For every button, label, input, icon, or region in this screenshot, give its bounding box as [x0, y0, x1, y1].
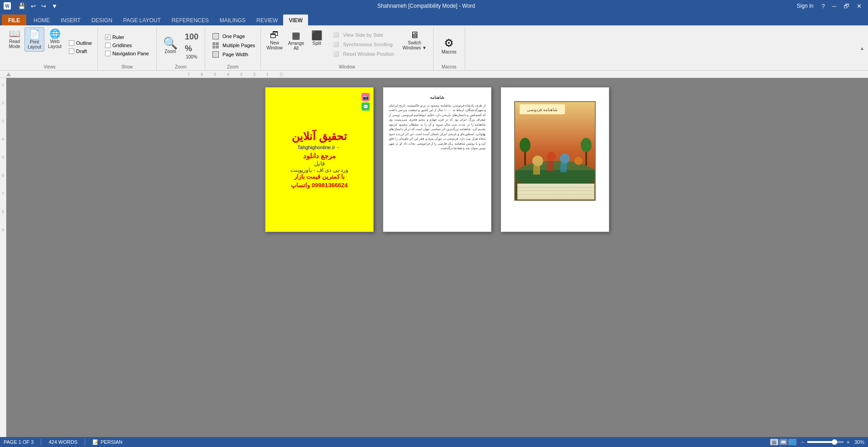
- zoom2-group-label: Zoom: [227, 63, 239, 70]
- web-layout-button[interactable]: 🌐 WebLayout: [45, 27, 64, 51]
- reset-window-position-label: Reset Window Position: [343, 51, 394, 57]
- page2-title: شاهنامه: [389, 95, 486, 101]
- view-mode-icons: ▤ 📖 🌐: [770, 439, 796, 445]
- zoom-slider-thumb[interactable]: [832, 439, 837, 445]
- arrange-all-icon: ▦: [292, 30, 300, 41]
- close-button[interactable]: ✕: [854, 2, 864, 10]
- navigation-pane-button[interactable]: Navigation Pane: [103, 50, 151, 57]
- zoom-out-button[interactable]: －: [800, 438, 805, 446]
- web-view-icon[interactable]: 🌐: [788, 439, 796, 445]
- svg-point-3: [532, 155, 543, 166]
- v-ruler-3: 3: [2, 119, 4, 123]
- page-3: شاهنامه فردوسی: [501, 87, 609, 232]
- view-side-by-side-button[interactable]: ⬜ View Side by Side: [331, 31, 396, 39]
- v-ruler-7: 7: [2, 191, 4, 196]
- zoom-slider-fill: [807, 441, 833, 443]
- split-button[interactable]: ⬛ Split: [308, 29, 326, 47]
- svg-point-6: [574, 157, 583, 165]
- instagram-icon: 📷: [362, 93, 370, 101]
- print-layout-button[interactable]: 📄 PrintLayout: [24, 27, 44, 52]
- one-page-icon: [212, 33, 219, 39]
- tab-view[interactable]: VIEW: [283, 15, 308, 25]
- gridlines-checkbox: [105, 43, 111, 48]
- ribbon-group-views: 📖 ReadMode 📄 PrintLayout 🌐 WebLayout Out…: [2, 27, 98, 70]
- document-area[interactable]: 📷 💬 تحقیق آنلاین Tahghighonline.ir ← مرج…: [6, 78, 868, 437]
- undo-qat-button[interactable]: ↩: [29, 2, 38, 10]
- page1-url: Tahghighonline.ir ←: [297, 145, 341, 150]
- save-qat-button[interactable]: 💾: [16, 2, 27, 10]
- switch-windows-button[interactable]: 🖥 SwitchWindows ▼: [400, 29, 429, 51]
- print-view-icon[interactable]: ▤: [770, 439, 778, 445]
- draft-button[interactable]: Draft: [67, 48, 94, 55]
- ribbon: 📖 ReadMode 📄 PrintLayout 🌐 WebLayout Out…: [0, 25, 868, 71]
- page-width-icon: [212, 51, 219, 58]
- zoom-in-button[interactable]: ＋: [845, 438, 851, 446]
- ruler-mark-7: 7: [188, 72, 190, 77]
- macros-button[interactable]: ⚙ Macros: [439, 35, 459, 56]
- tab-references[interactable]: REFERENCES: [166, 15, 214, 25]
- tab-review[interactable]: REVIEW: [251, 15, 283, 25]
- ruler-label: Ruler: [112, 34, 124, 40]
- ruler-button[interactable]: Ruler: [103, 34, 126, 41]
- read-mode-button[interactable]: 📖 ReadMode: [5, 27, 24, 51]
- synchronous-scrolling-label: Synchronous Scrolling: [343, 42, 392, 47]
- outline-button[interactable]: Outline: [67, 39, 94, 47]
- page2-content: شاهنامه از طرف پادشاه فردوسی، شاهنامه مح…: [383, 87, 491, 232]
- multiple-pages-icon: [212, 42, 219, 49]
- vertical-ruler: 1 2 3 4 5 6 7 8 9: [0, 78, 6, 437]
- help-button[interactable]: ?: [819, 2, 828, 10]
- tab-mailings[interactable]: MAILINGS: [214, 15, 251, 25]
- reset-window-position-button[interactable]: ⬜ Reset Window Position: [331, 50, 396, 58]
- page-indicator: PAGE 1 OF 3: [4, 439, 34, 445]
- svg-rect-16: [517, 184, 594, 199]
- restore-button[interactable]: 🗗: [841, 2, 852, 10]
- print-layout-label: PrintLayout: [28, 39, 41, 49]
- v-ruler-9: 9: [2, 228, 4, 232]
- web-layout-label: WebLayout: [48, 39, 62, 49]
- new-window-button[interactable]: 🗗 NewWindow: [265, 29, 285, 51]
- title-bar-left: W 💾 ↩ ↪ ▼: [4, 2, 59, 10]
- multiple-pages-button[interactable]: Multiple Pages: [211, 41, 257, 49]
- v-ruler-1: 1: [2, 83, 4, 87]
- zoom-label: Zoom: [164, 49, 176, 54]
- synchronous-scrolling-button[interactable]: ⬜ Synchronous Scrolling: [331, 40, 396, 48]
- zoom-100-button[interactable]: 100% 100%: [182, 29, 201, 61]
- window-group-label: Window: [265, 63, 429, 70]
- zoom-button[interactable]: 🔍 Zoom: [160, 35, 180, 56]
- arrange-all-button[interactable]: ▦ ArrangeAll: [286, 29, 306, 52]
- gridlines-label: Gridlines: [112, 43, 132, 48]
- tab-file[interactable]: FILE: [2, 15, 26, 25]
- split-icon: ⬛: [311, 30, 323, 41]
- tab-design[interactable]: DESIGN: [86, 15, 118, 25]
- show-group-label: Show: [121, 63, 133, 70]
- v-ruler-8: 8: [2, 209, 4, 214]
- tab-insert[interactable]: INSERT: [55, 15, 86, 25]
- redo-qat-button[interactable]: ↪: [39, 2, 48, 10]
- page1-content: 📷 💬 تحقیق آنلاین Tahghighonline.ir ← مرج…: [265, 87, 373, 232]
- zoom-level: 30%: [854, 439, 864, 445]
- page2-text: از طرف پادشاه فردوسی، شاهنامه محمود در پ…: [389, 103, 486, 151]
- gridlines-button[interactable]: Gridlines: [103, 42, 134, 49]
- page1-title: تحقیق آنلاین: [292, 131, 347, 142]
- reset-window-icon: ⬜: [333, 51, 339, 57]
- page-1: 📷 💬 تحقیق آنلاین Tahghighonline.ir ← مرج…: [265, 87, 374, 232]
- page-width-button[interactable]: Page Width: [211, 50, 250, 58]
- reading-view-icon[interactable]: 📖: [779, 439, 787, 445]
- ruler-mark-6: 6: [201, 72, 203, 77]
- status-divider-2: [85, 439, 85, 445]
- navigation-pane-checkbox: [105, 51, 111, 56]
- page3-content: شاهنامه فردوسی: [501, 87, 609, 232]
- status-divider-1: [41, 439, 41, 445]
- tab-page-layout[interactable]: PAGE LAYOUT: [118, 15, 166, 25]
- one-page-button[interactable]: One Page: [211, 32, 247, 40]
- views-group-label: Views: [43, 63, 56, 70]
- tab-home[interactable]: HOME: [28, 15, 55, 25]
- ruler-mark-3: 3: [240, 72, 242, 77]
- page1-file-label: فایل: [314, 160, 325, 167]
- ribbon-collapse-button[interactable]: ▲: [860, 45, 864, 50]
- zoom-slider[interactable]: [807, 441, 844, 443]
- minimize-button[interactable]: ─: [829, 2, 839, 10]
- title-bar-controls: Sign in ? ─ 🗗 ✕: [793, 2, 864, 10]
- signin-button[interactable]: Sign in: [793, 2, 817, 10]
- qat-dropdown-button[interactable]: ▼: [50, 2, 59, 10]
